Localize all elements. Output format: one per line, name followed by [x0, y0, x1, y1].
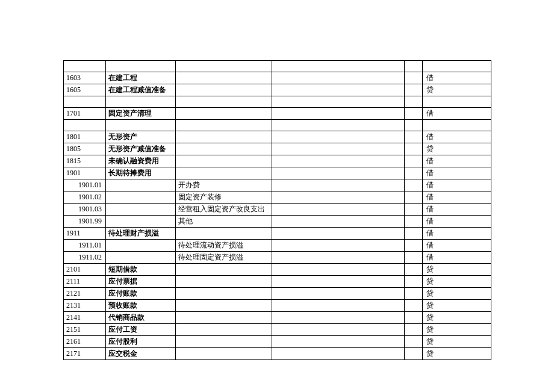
- table-row: 1901.02固定资产装修借: [64, 191, 491, 204]
- empty-col-5: [405, 300, 423, 312]
- table-row: [64, 61, 491, 72]
- account-name: 应交税金: [106, 348, 176, 360]
- account-name: 预收账款: [106, 300, 176, 312]
- empty-col-5: [405, 191, 423, 204]
- empty-col-5: [405, 131, 423, 143]
- account-code: 2101: [64, 264, 106, 276]
- empty-col-5: [405, 143, 423, 155]
- account-name: 固定资产清理: [106, 108, 176, 120]
- account-code: 1815: [64, 155, 106, 167]
- empty-col-4: [272, 167, 405, 179]
- account-name: 未确认融资费用: [106, 155, 176, 167]
- empty-col-4: [272, 61, 405, 72]
- empty-col-4: [272, 312, 405, 324]
- balance-direction: 贷: [423, 324, 491, 336]
- account-name: 应付账款: [106, 288, 176, 300]
- account-code: [64, 120, 106, 131]
- empty-col-4: [272, 84, 405, 96]
- account-subname: [176, 312, 272, 324]
- empty-col-5: [405, 240, 423, 252]
- account-subname: [176, 288, 272, 300]
- account-code: 2141: [64, 312, 106, 324]
- balance-direction: 借: [423, 191, 491, 204]
- account-subname: [176, 96, 272, 108]
- account-name: 待处理财产损溢: [106, 228, 176, 240]
- empty-col-4: [272, 264, 405, 276]
- account-code: 1901.03: [64, 204, 106, 216]
- empty-col-5: [405, 84, 423, 96]
- balance-direction: 贷: [423, 348, 491, 360]
- account-name: [106, 240, 176, 252]
- table-row: 1901.01开办费借: [64, 179, 491, 191]
- account-subname: 经营租入固定资产改良支出: [176, 204, 272, 216]
- empty-col-4: [272, 276, 405, 288]
- account-code: 1603: [64, 72, 106, 84]
- balance-direction: 借: [423, 167, 491, 179]
- table-row: 1901长期待摊费用借: [64, 167, 491, 179]
- account-name: 在建工程减值准备: [106, 84, 176, 96]
- account-subname: [176, 72, 272, 84]
- empty-col-5: [405, 61, 423, 72]
- empty-col-4: [272, 336, 405, 348]
- account-subname: [176, 131, 272, 143]
- table-row: 2101短期借款贷: [64, 264, 491, 276]
- balance-direction: 贷: [423, 84, 491, 96]
- table-row: 1911待处理财产损溢借: [64, 228, 491, 240]
- empty-col-5: [405, 312, 423, 324]
- empty-col-4: [272, 240, 405, 252]
- account-name: 代销商品款: [106, 312, 176, 324]
- table-row: 1605在建工程减值准备贷: [64, 84, 491, 96]
- empty-col-4: [272, 300, 405, 312]
- empty-col-4: [272, 155, 405, 167]
- account-name: 短期借款: [106, 264, 176, 276]
- balance-direction: 借: [423, 216, 491, 228]
- account-code: 2161: [64, 336, 106, 348]
- empty-col-4: [272, 348, 405, 360]
- empty-col-5: [405, 179, 423, 191]
- account-name: [106, 96, 176, 108]
- empty-col-5: [405, 96, 423, 108]
- empty-col-4: [272, 228, 405, 240]
- table-row: 1911.01待处理流动资产损溢借: [64, 240, 491, 252]
- account-code: 1901.99: [64, 216, 106, 228]
- balance-direction: [423, 96, 491, 108]
- balance-direction: 贷: [423, 276, 491, 288]
- account-subname: 固定资产装修: [176, 191, 272, 204]
- account-subname: 开办费: [176, 179, 272, 191]
- account-code: 1901.02: [64, 191, 106, 204]
- account-code: 1805: [64, 143, 106, 155]
- account-code: 1911.02: [64, 252, 106, 264]
- table-row: 2111应付票据贷: [64, 276, 491, 288]
- table-row: 2171应交税金贷: [64, 348, 491, 360]
- account-name: [106, 61, 176, 72]
- table-row: 2121应付账款贷: [64, 288, 491, 300]
- account-name: [106, 191, 176, 204]
- balance-direction: 贷: [423, 336, 491, 348]
- empty-col-5: [405, 264, 423, 276]
- balance-direction: 借: [423, 179, 491, 191]
- account-subname: [176, 155, 272, 167]
- balance-direction: 借: [423, 108, 491, 120]
- table-row: 2151应付工资贷: [64, 324, 491, 336]
- account-code: 1701: [64, 108, 106, 120]
- balance-direction: 借: [423, 228, 491, 240]
- empty-col-5: [405, 204, 423, 216]
- empty-col-4: [272, 96, 405, 108]
- empty-col-5: [405, 288, 423, 300]
- empty-col-5: [405, 72, 423, 84]
- account-name: [106, 179, 176, 191]
- balance-direction: [423, 120, 491, 131]
- balance-direction: 贷: [423, 143, 491, 155]
- empty-col-5: [405, 276, 423, 288]
- empty-col-4: [272, 179, 405, 191]
- balance-direction: [423, 61, 491, 72]
- table-row: 2131预收账款贷: [64, 300, 491, 312]
- table-row: 2141代销商品款贷: [64, 312, 491, 324]
- account-subname: [176, 143, 272, 155]
- account-subname: [176, 84, 272, 96]
- table-row: 1801无形资产借: [64, 131, 491, 143]
- table-row: 1603在建工程借: [64, 72, 491, 84]
- empty-col-4: [272, 120, 405, 131]
- account-code: 1801: [64, 131, 106, 143]
- account-code: 2121: [64, 288, 106, 300]
